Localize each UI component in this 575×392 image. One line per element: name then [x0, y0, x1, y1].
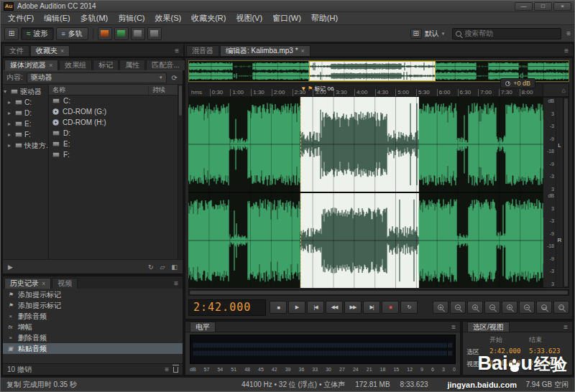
history-item[interactable]: ⚑ 添加提示标记 — [3, 300, 183, 311]
channel-label-right[interactable]: R — [556, 192, 563, 287]
overview-waveform[interactable]: +0 dB — [188, 60, 569, 82]
panel-tab[interactable]: 编辑器: Kalimba.mp3 * × — [220, 45, 310, 56]
column-header-duration[interactable]: 持续 — [149, 85, 178, 95]
panel-tab[interactable]: 视频 × — [52, 278, 78, 289]
horizontal-scrollbar[interactable] — [188, 289, 569, 296]
panel-tab[interactable]: 混音器 × — [186, 45, 219, 56]
media-file-row[interactable]: C: — [49, 95, 178, 106]
play-button[interactable]: ▶ — [288, 301, 305, 314]
speaker-icon[interactable]: ◧ — [171, 263, 178, 271]
panel-menu-icon[interactable]: ≡ — [175, 47, 182, 56]
tree-expand-icon[interactable] — [8, 142, 13, 149]
zoom-full-button[interactable]: □ — [553, 301, 569, 314]
maximize-button[interactable]: □ — [534, 2, 552, 11]
rewind-button[interactable]: ◀◀ — [326, 301, 343, 314]
panel-tab[interactable]: 匹配音... × — [146, 60, 185, 70]
panel-menu-icon[interactable]: ≡ — [174, 279, 181, 289]
tree-expand-icon[interactable] — [8, 99, 13, 106]
tree-expand-icon[interactable] — [8, 131, 13, 138]
zoom-selection-button[interactable]: ▭ — [536, 301, 552, 314]
view-grid-icon[interactable]: ⊞ — [4, 27, 19, 40]
panel-tab[interactable]: 文件 × — [4, 45, 29, 56]
menu-item[interactable]: 多轨(M) — [75, 12, 114, 24]
move-previous-button[interactable]: |◀ — [307, 301, 324, 314]
folder-icon[interactable]: ▱ — [160, 263, 165, 271]
record-button[interactable]: ● — [382, 301, 399, 314]
marker[interactable]: ▼ ⚑ 标记 06 — [300, 85, 334, 93]
zoom-in-vertical-button[interactable]: + — [502, 301, 518, 314]
level-meter[interactable] — [190, 335, 456, 364]
menu-item[interactable]: 文件(F) — [3, 12, 39, 24]
refresh-icon[interactable]: ⟳ — [170, 74, 179, 82]
media-file-row[interactable]: D: — [49, 128, 178, 139]
tree-item[interactable]: E: — [3, 118, 48, 129]
menu-item[interactable]: 视图(V) — [231, 12, 267, 24]
drives-dropdown[interactable]: 驱动器 ▾ — [27, 73, 167, 83]
menu-item[interactable]: 帮助(H) — [306, 12, 343, 24]
history-item[interactable]: × 删除音频 — [3, 311, 183, 322]
menu-item[interactable]: 编辑(E) — [39, 12, 75, 24]
view-start-value[interactable]: 0:00.000 — [489, 360, 529, 369]
tree-item[interactable]: 驱动器 — [3, 86, 48, 97]
media-file-row[interactable]: E: — [49, 139, 178, 149]
tab-close-icon[interactable]: × — [60, 47, 64, 55]
waveform-display-icon[interactable] — [114, 27, 129, 40]
search-input[interactable] — [464, 29, 558, 37]
tree-expand-icon[interactable] — [8, 121, 13, 127]
zoom-out-horizontal-button[interactable]: − — [484, 301, 500, 314]
waveform-view-button[interactable]: ≈ 波形 — [21, 27, 54, 40]
tree-item[interactable]: 快捷方... — [3, 140, 48, 151]
history-menu-icon[interactable]: ≡ — [165, 365, 169, 373]
panel-tab[interactable]: 标记 × — [93, 60, 119, 70]
selection-end-value[interactable]: 5:33.623 — [529, 347, 569, 357]
tree-item[interactable]: D: — [3, 108, 48, 118]
vertical-scrollbar[interactable] — [563, 98, 569, 287]
workspace-selector[interactable]: ⊞ 默认 ▾ — [408, 27, 448, 40]
view-end-value[interactable]: 8:33.623 — [529, 360, 569, 369]
panel-tab[interactable]: 效果组 × — [59, 60, 92, 70]
tool-icon[interactable] — [147, 27, 162, 40]
menu-item[interactable]: 剪辑(C) — [113, 12, 150, 24]
waveform-channel-right[interactable] — [188, 193, 543, 288]
tab-close-icon[interactable]: × — [42, 280, 45, 287]
panel-menu-icon[interactable]: ≡ — [564, 47, 571, 56]
zoom-out-button[interactable]: − — [450, 301, 466, 314]
close-button[interactable]: × — [553, 2, 571, 11]
zoom-out-vertical-button[interactable]: − — [519, 301, 535, 314]
panel-menu-icon[interactable]: ≡ — [564, 323, 568, 331]
media-file-row[interactable]: CD-ROM (H:) — [49, 117, 178, 128]
loop-icon[interactable]: ↻ — [148, 263, 154, 271]
tool-icon[interactable] — [131, 27, 145, 40]
selection-start-value[interactable]: 2:42.000 — [489, 347, 529, 357]
channel-label-left[interactable]: L — [556, 98, 563, 192]
zoom-in-button[interactable]: + — [433, 301, 448, 314]
selection-view-tab[interactable]: 选区/视图 — [467, 322, 510, 332]
multitrack-view-button[interactable]: ≡ 多轨 — [56, 27, 88, 40]
tab-close-icon[interactable]: × — [49, 62, 52, 69]
menu-item[interactable]: 收藏夹(R) — [186, 12, 231, 24]
history-item[interactable]: fx 增幅 — [3, 322, 183, 332]
gain-hud[interactable]: +0 dB — [500, 78, 535, 88]
move-next-button[interactable]: ▶| — [363, 301, 380, 314]
menu-item[interactable]: 效果(S) — [150, 12, 187, 24]
menu-item[interactable]: 窗口(W) — [267, 12, 306, 24]
waveform-channel-left[interactable] — [188, 97, 543, 192]
history-item[interactable]: ▣ 粘贴音频 — [3, 343, 183, 354]
time-display[interactable]: 2:42.000 — [188, 299, 266, 316]
preview-play-icon[interactable]: ▶ — [8, 263, 13, 271]
column-header-name[interactable]: 名称 — [49, 85, 149, 95]
media-file-row[interactable]: F: — [49, 149, 178, 160]
toolbar-menu-icon[interactable]: ≡ — [566, 29, 571, 37]
zoom-in-horizontal-button[interactable]: + — [467, 301, 483, 314]
panel-tab[interactable]: 媒体浏览器 × — [4, 60, 58, 70]
playhead-icon[interactable]: ▼ — [300, 86, 306, 92]
panel-menu-icon[interactable]: ≡ — [451, 323, 456, 331]
tree-expand-icon[interactable] — [4, 88, 9, 95]
tab-close-icon[interactable]: × — [301, 47, 305, 55]
tree-expand-icon[interactable] — [8, 110, 13, 116]
overview-selection-box[interactable] — [309, 61, 436, 81]
history-item[interactable]: × 删除音频 — [3, 332, 183, 343]
history-item[interactable]: ⚑ 添加提示标记 — [3, 289, 183, 300]
media-file-row[interactable]: CD-ROM (G:) — [49, 106, 178, 117]
tree-item[interactable]: F: — [3, 129, 48, 140]
